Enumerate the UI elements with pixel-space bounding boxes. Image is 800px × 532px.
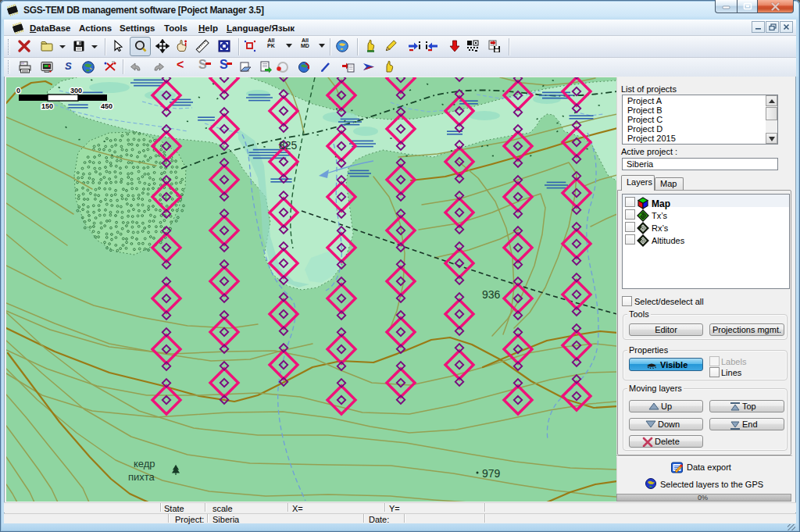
svg-text:кедр: кедр <box>134 458 155 470</box>
svg-text:0: 0 <box>16 87 20 95</box>
svg-text:150: 150 <box>41 102 53 110</box>
svg-text:979: 979 <box>482 467 501 480</box>
svg-text:936: 936 <box>482 288 501 301</box>
svg-text:450: 450 <box>101 102 112 110</box>
svg-text:пихта: пихта <box>128 471 155 483</box>
svg-text:825: 825 <box>279 139 298 152</box>
svg-text:300: 300 <box>70 87 82 95</box>
